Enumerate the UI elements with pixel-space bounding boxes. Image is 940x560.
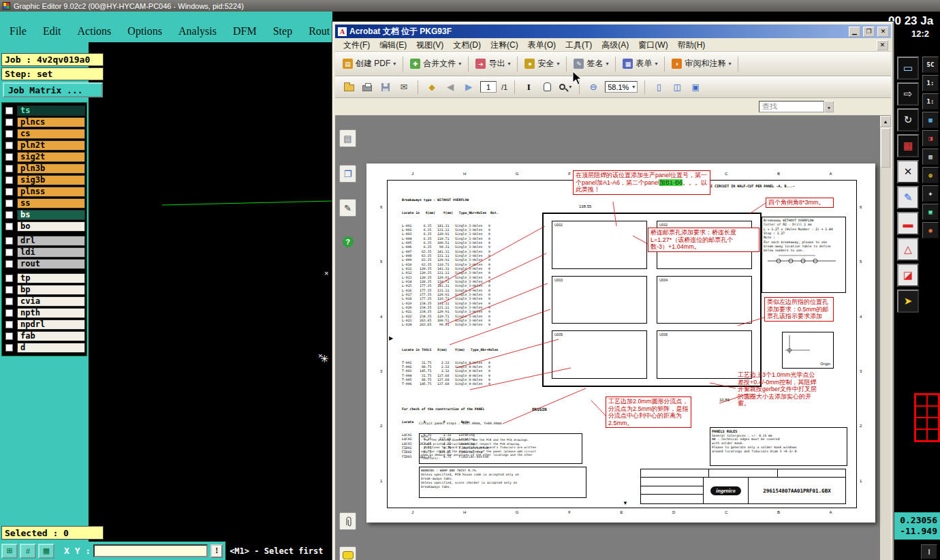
find-dropdown-button[interactable]: ▾ xyxy=(824,101,834,112)
help-button[interactable]: ? xyxy=(339,233,356,251)
layer-row[interactable]: npdrl xyxy=(3,319,85,330)
layer-name[interactable]: bo xyxy=(17,221,85,232)
acrobat-menu-item[interactable]: 注释(C) xyxy=(486,39,522,52)
tool-button[interactable]: ➤ xyxy=(897,290,919,313)
layer-name[interactable]: ts xyxy=(17,106,85,116)
tool-button[interactable]: ▣ xyxy=(922,204,939,220)
tool-button[interactable]: ▦ xyxy=(897,134,919,157)
editor-canvas[interactable]: × × ✳ xyxy=(89,42,332,542)
layer-name[interactable]: sig3b xyxy=(17,175,85,185)
layer-checkbox[interactable] xyxy=(5,321,13,328)
tool-button[interactable]: ✎ xyxy=(897,186,919,209)
layer-checkbox[interactable] xyxy=(5,237,13,245)
task-button[interactable]: ✎ 签名 ▾ xyxy=(570,55,612,72)
tool-button[interactable]: ▦ xyxy=(922,112,939,128)
editor-menu-item[interactable]: Options xyxy=(127,25,162,37)
acrobat-menu-item[interactable]: 文档(D) xyxy=(449,39,485,52)
bottom-tool-button[interactable]: ▦ xyxy=(38,544,54,559)
layer-checkbox[interactable] xyxy=(5,223,13,230)
layer-row[interactable]: rout xyxy=(3,258,85,269)
layer-name[interactable]: sig2t xyxy=(17,152,85,162)
acrobat-menu-item[interactable]: 编辑(E) xyxy=(375,39,411,52)
task-button[interactable]: ◗ 审阅和注释 ▾ xyxy=(668,55,734,72)
bookmarks-panel-button[interactable]: ❐ xyxy=(339,165,356,183)
layer-name[interactable]: bp xyxy=(17,285,85,295)
layer-name[interactable]: npdrl xyxy=(17,320,85,330)
tool-button[interactable]: ◨ xyxy=(922,130,939,146)
layer-row[interactable]: ts xyxy=(3,105,85,116)
tool-button[interactable]: ▭ xyxy=(897,57,919,80)
tool-button[interactable]: ◉ xyxy=(922,222,939,238)
layer-row[interactable]: bp xyxy=(3,284,85,295)
save-button[interactable] xyxy=(379,80,392,95)
layer-name[interactable]: npth xyxy=(17,308,85,318)
layer-checkbox[interactable] xyxy=(5,153,13,161)
acrobat-menu-item[interactable]: 窗口(W) xyxy=(634,39,672,52)
layer-row[interactable]: drl xyxy=(3,235,85,246)
page-number-input[interactable] xyxy=(480,81,497,93)
layer-checkbox[interactable] xyxy=(5,309,13,317)
layer-row[interactable]: d xyxy=(3,342,85,353)
restore-button[interactable]: ❐ xyxy=(863,27,875,37)
layer-row[interactable]: plnss xyxy=(3,186,85,197)
fit-page-button[interactable]: ▣ xyxy=(689,80,702,95)
editor-menu-item[interactable]: Step xyxy=(273,25,292,37)
layer-checkbox[interactable] xyxy=(5,119,13,126)
layer-name[interactable]: plncs xyxy=(17,117,85,127)
layer-row[interactable]: sig2t xyxy=(3,151,85,162)
acrobat-document-area[interactable]: ▤ ❐ ✎ ? ▲ JHGFEDCBA JHGFEDCBA xyxy=(335,116,891,560)
layer-checkbox[interactable] xyxy=(5,200,13,207)
layer-name[interactable]: pln3b xyxy=(17,164,85,174)
layer-name[interactable]: pln2t xyxy=(17,140,85,151)
layer-checkbox[interactable] xyxy=(5,211,13,219)
document-close-button[interactable]: ✕ xyxy=(877,40,888,50)
tool-button[interactable]: ✕ xyxy=(897,160,919,183)
layer-name[interactable]: ldi xyxy=(17,247,85,258)
tool-button[interactable]: ◍ xyxy=(922,167,939,183)
layer-name[interactable]: plnss xyxy=(17,187,85,197)
annotation-1[interactable]: 在顶层阻焊的该位置添加生产panel位置号，第一个panel加A1-A6，第二个… xyxy=(573,170,710,195)
layer-checkbox[interactable] xyxy=(5,142,13,149)
editor-titlebar[interactable]: Graphic Editor 9.02c2 (00@HY-HYCAM-PC046… xyxy=(0,0,940,12)
acrobat-menu-item[interactable]: 帮助(H) xyxy=(674,39,710,52)
single-page-button[interactable]: ▯ xyxy=(652,80,665,95)
email-button[interactable]: ✉ xyxy=(397,80,411,95)
layer-row[interactable]: ss xyxy=(3,198,85,208)
layer-name[interactable]: tp xyxy=(17,273,85,283)
acrobat-menu-item[interactable]: 工具(T) xyxy=(561,39,596,52)
layer-row[interactable]: plncs xyxy=(3,116,85,127)
layer-name[interactable]: cs xyxy=(17,129,85,139)
layer-checkbox[interactable] xyxy=(5,260,13,268)
tool-button[interactable]: ▥ xyxy=(922,149,939,165)
previous-view-button[interactable]: ◀ xyxy=(443,80,457,95)
tool-button[interactable]: ▬ xyxy=(897,212,919,235)
next-view-button[interactable]: ▶ xyxy=(462,80,475,95)
layer-row[interactable]: sig3b xyxy=(3,174,85,185)
tool-button[interactable]: ◪ xyxy=(897,264,919,287)
xy-input[interactable] xyxy=(93,544,208,557)
bottom-tool-button[interactable]: # xyxy=(20,544,36,559)
zoom-out-button[interactable]: ⊖ xyxy=(586,80,600,95)
signatures-panel-button[interactable]: ✎ xyxy=(339,199,356,217)
print-button[interactable] xyxy=(360,80,374,95)
layer-row[interactable]: bs xyxy=(3,209,85,220)
editor-menu-item[interactable]: Edit xyxy=(43,25,61,37)
task-button[interactable]: ▤ 创建 PDF ▾ xyxy=(339,55,399,72)
layer-checkbox[interactable] xyxy=(5,107,13,114)
layer-checkbox[interactable] xyxy=(5,165,13,172)
task-button[interactable]: ➔ 导出 ▾ xyxy=(472,55,514,72)
task-button[interactable]: ● 安全 ▾ xyxy=(521,55,563,72)
layer-row[interactable]: pln2t xyxy=(3,140,85,151)
tool-button[interactable]: ✚ xyxy=(922,185,939,202)
layer-checkbox[interactable] xyxy=(5,130,13,138)
annotation-4[interactable]: 类似左边所指的位置孔添加要求：0.5mm的邮票孔该指示要求添加 xyxy=(764,297,834,322)
minimize-button[interactable]: ▁ xyxy=(849,27,860,37)
layer-checkbox[interactable] xyxy=(5,332,13,340)
acrobat-menu-item[interactable]: 高级(A) xyxy=(597,39,633,52)
layer-row[interactable]: cs xyxy=(3,128,85,139)
layer-checkbox[interactable] xyxy=(5,344,13,352)
layer-checkbox[interactable] xyxy=(5,275,13,282)
acrobat-titlebar[interactable]: A Acrobat 文档 位于 PKG93F ▁ ❐ ✕ xyxy=(335,25,891,38)
find-input[interactable]: 查找 xyxy=(759,101,824,112)
layer-row[interactable]: pln3b xyxy=(3,163,85,174)
